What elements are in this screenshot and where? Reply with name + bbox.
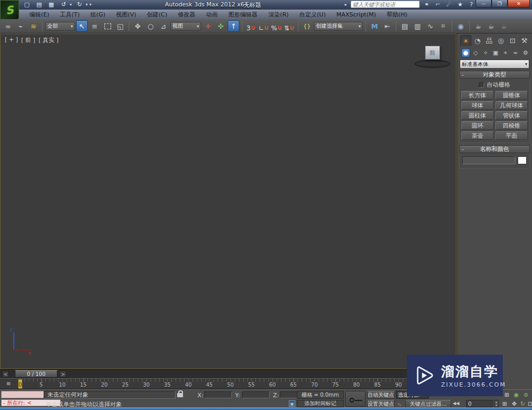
keytip-icon[interactable]: ⌐ bbox=[434, 1, 442, 8]
spinner-down-icon[interactable]: ▾ bbox=[495, 404, 497, 407]
set-key-button[interactable]: 设置关键点 bbox=[367, 400, 395, 408]
material-editor-icon[interactable]: ◉ bbox=[455, 20, 467, 32]
button-teapot[interactable]: 茶壶 bbox=[461, 131, 494, 140]
keyboard-shortcut-override-toggle[interactable]: ↑ bbox=[228, 20, 239, 32]
search-icon[interactable]: ⚭ bbox=[422, 1, 431, 8]
frame-spinner[interactable]: ▴ ▾ bbox=[494, 400, 499, 407]
select-and-manipulate-icon[interactable]: ✜ bbox=[215, 20, 227, 32]
object-name-input[interactable] bbox=[462, 156, 516, 164]
maximize-viewport-toggle-icon[interactable]: ⊡ bbox=[526, 400, 532, 408]
reference-coordsys-dropdown[interactable]: 视图 ▾ bbox=[170, 22, 201, 31]
category-lights[interactable]: ✧ bbox=[481, 48, 490, 57]
angle-snap-toggle-icon[interactable]: ∟∩ bbox=[258, 20, 270, 32]
percent-snap-toggle-icon[interactable]: %∩ bbox=[271, 20, 282, 32]
category-geometry[interactable]: ● bbox=[461, 48, 470, 57]
key-mode-toggle-icon[interactable]: ⊞ bbox=[500, 400, 509, 408]
time-slider-handle[interactable]: 0 / 100 bbox=[15, 370, 57, 378]
undo-button[interactable]: ↺ bbox=[59, 1, 68, 9]
tab-utilities[interactable]: ⚒ bbox=[519, 35, 530, 46]
viewcube-front-face[interactable]: 前 bbox=[425, 46, 440, 60]
menu-tools[interactable]: 工具(T) bbox=[55, 10, 85, 19]
select-and-scale-icon[interactable]: ⊿ bbox=[157, 20, 169, 32]
schematic-view-icon[interactable]: ⌗ bbox=[437, 20, 449, 32]
y-coord-field[interactable] bbox=[242, 391, 270, 398]
button-tube[interactable]: 管状体 bbox=[495, 111, 528, 120]
primitive-category-dropdown[interactable]: 标准基本体 ▾ bbox=[460, 60, 529, 69]
menu-help[interactable]: 帮助(H) bbox=[382, 10, 412, 19]
set-keys-button[interactable] bbox=[345, 391, 365, 407]
selection-filter-dropdown[interactable]: 全部 ▾ bbox=[45, 22, 75, 31]
unlink-selection-icon[interactable]: ⌁ bbox=[15, 20, 27, 32]
viewport-menu-general[interactable]: [ + ] bbox=[5, 36, 18, 44]
category-spacewarps[interactable]: ≈ bbox=[511, 48, 520, 57]
infocenter-expand-icon[interactable]: ▸ bbox=[344, 2, 348, 7]
redo-button[interactable]: ↻ bbox=[75, 1, 84, 9]
next-frame-button[interactable]: > bbox=[60, 371, 66, 378]
menu-animation[interactable]: 动画 bbox=[201, 10, 222, 19]
auto-key-button[interactable]: 自动关键点 bbox=[367, 391, 395, 399]
pan-view-icon[interactable]: ✥ bbox=[510, 400, 519, 408]
render-setup-icon[interactable]: ☕ bbox=[472, 20, 484, 32]
menu-customize[interactable]: 自定义(U) bbox=[295, 10, 331, 19]
bind-to-spacewarp-icon[interactable]: ≋ bbox=[28, 20, 39, 32]
graphite-modeling-toggle-icon[interactable]: ▥ bbox=[412, 20, 423, 32]
category-cameras[interactable]: ▣ bbox=[491, 48, 500, 57]
window-crossing-toggle-icon[interactable]: ◱ bbox=[114, 20, 126, 32]
tab-modify[interactable]: ◔ bbox=[472, 35, 483, 46]
category-systems[interactable]: ⚙ bbox=[521, 48, 530, 57]
select-object-button[interactable]: ↖ bbox=[76, 20, 88, 32]
menu-maxscript[interactable]: MAXScript(M) bbox=[331, 11, 381, 19]
zoom-extents-all-icon[interactable]: ⊞ bbox=[502, 391, 511, 399]
button-plane[interactable]: 平面 bbox=[495, 131, 528, 140]
button-box[interactable]: 长方体 bbox=[461, 91, 494, 99]
category-helpers[interactable]: ⌖ bbox=[501, 48, 510, 57]
current-frame-field[interactable]: 0 bbox=[466, 400, 493, 407]
tab-hierarchy[interactable]: 品 bbox=[484, 35, 495, 46]
object-color-swatch[interactable] bbox=[518, 156, 527, 164]
app-logo[interactable]: S bbox=[0, 0, 19, 20]
undo-dropdown-icon[interactable]: ▾ bbox=[70, 2, 72, 7]
viewcube-ring-icon[interactable] bbox=[414, 60, 451, 68]
select-and-link-icon[interactable]: ∞ bbox=[2, 20, 14, 32]
close-button[interactable]: ✕ bbox=[508, 0, 530, 7]
button-geosphere[interactable]: 几何球体 bbox=[495, 101, 528, 110]
select-and-rotate-icon[interactable]: ○ bbox=[145, 20, 156, 32]
tab-motion[interactable]: ◎ bbox=[495, 35, 506, 46]
spinner-snap-toggle-icon[interactable]: ⇅∩ bbox=[284, 20, 295, 32]
zoom-extents-selected-icon[interactable]: ◉ bbox=[512, 391, 521, 399]
viewport-menu-shading[interactable]: [ 真实 ] bbox=[38, 36, 59, 44]
button-cylinder[interactable]: 圆柱体 bbox=[461, 111, 494, 120]
new-file-button[interactable]: ▢ bbox=[22, 1, 31, 9]
viewport-front[interactable]: [ + ] [ 前 ] [ 真实 ] 前 z x bbox=[0, 34, 456, 369]
help-icon[interactable]: ? bbox=[467, 1, 476, 8]
maximize-button[interactable]: ❐ bbox=[492, 0, 508, 7]
button-torus[interactable]: 圆环 bbox=[461, 121, 494, 130]
tab-create[interactable]: ☀ bbox=[460, 35, 471, 46]
menu-graph-editors[interactable]: 图形编辑器 bbox=[223, 10, 262, 19]
align-icon[interactable]: ⇤ bbox=[381, 20, 393, 32]
previous-frame-button[interactable]: < bbox=[2, 371, 9, 378]
infocenter-search-input[interactable] bbox=[351, 1, 420, 8]
curve-editor-icon[interactable]: ∿ bbox=[425, 20, 436, 32]
layer-manager-icon[interactable]: ▤ bbox=[399, 20, 411, 32]
favorites-icon[interactable]: ★ bbox=[456, 1, 464, 8]
autogrid-checkbox[interactable] bbox=[479, 82, 484, 88]
button-cone[interactable]: 圆锥体 bbox=[495, 91, 528, 99]
menu-create[interactable]: 创建(C) bbox=[142, 10, 172, 19]
selection-lock-icon[interactable] bbox=[177, 393, 183, 397]
category-shapes[interactable]: ◇ bbox=[471, 48, 480, 57]
menu-edit[interactable]: 编辑(E) bbox=[24, 10, 54, 19]
mirror-icon[interactable]: M bbox=[369, 20, 380, 32]
menu-modifiers[interactable]: 修改器 bbox=[173, 10, 200, 19]
zoom-region-icon[interactable]: ⊛ bbox=[521, 391, 530, 399]
select-and-move-icon[interactable]: ✥ bbox=[132, 20, 144, 32]
select-by-name-icon[interactable]: ≡ bbox=[89, 20, 101, 32]
communication-center-icon[interactable]: ☄ bbox=[445, 1, 453, 8]
add-time-tag-button[interactable]: 添加时间标记 bbox=[297, 400, 344, 407]
x-coord-field[interactable] bbox=[204, 391, 232, 398]
open-file-button[interactable]: ▤ bbox=[35, 1, 44, 9]
viewcube[interactable]: 前 bbox=[411, 44, 454, 73]
open-mini-curve-editor-button[interactable]: ≋ bbox=[2, 379, 15, 388]
rollout-name-color-header[interactable]: - 名称和颜色 bbox=[459, 145, 530, 153]
rectangular-selection-region-icon[interactable] bbox=[102, 20, 113, 32]
